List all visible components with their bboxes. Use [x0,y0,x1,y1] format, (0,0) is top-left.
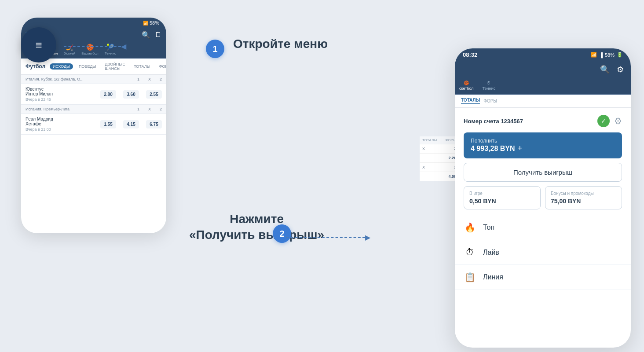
balance-bonus-label: Бонусы и промокоды [551,191,616,196]
line-icon: 📋 [464,272,476,282]
match-group-spain: Испания. Премьер-Лига 1 X 2 [21,105,166,114]
nav-icons: 🔍 🗒 [142,31,162,39]
sliders-icon-p2[interactable]: ⚙ [617,65,624,74]
match-teams-real: Реал Мадрид Хетафе Вчера в 21:00 [26,117,100,132]
balance-game-label: В игре [469,191,535,196]
partial-table-row2: 2.20 [420,154,459,163]
partial-table-row1: X2 [420,144,459,154]
balance-game-value: 0,50 BYN [469,198,535,205]
sport-label: Футбол [26,63,45,70]
verified-icon: ✓ [597,115,610,127]
phone2-status: 08:32 📶 ▐ 58% 🔋 [455,48,631,61]
arrow1: ◀ [64,42,124,51]
withdraw-button[interactable]: Получить выигрыш [464,163,622,182]
balance-game-card: В игре 0,50 BYN [464,186,541,209]
phone2-sport-tennis[interactable]: ⏱ Теннис [483,81,495,91]
odd-2[interactable]: 2.55 [146,90,162,99]
step-badge-1: 1 [206,40,224,58]
menu-button[interactable]: ≡ [21,27,56,62]
deposit-button[interactable]: Пополнить 4 993,28 BYN + [464,132,622,158]
account-top: Номер счета 1234567 ✓ ⚙ [464,115,622,127]
partial-odds-table: ТОТАЛЫ ФОРЫ X2 2.20 X2 4.00 [420,136,459,181]
deposit-amount: 4 993,28 BYN + [471,144,522,153]
hamburger-icon: ≡ [35,38,42,52]
odd-2-real[interactable]: 6.75 [146,120,162,128]
partial-table-header: ТОТАЛЫ ФОРЫ [420,136,459,144]
balance-bonus-value: 75,00 BYN [551,198,616,205]
balance-row: В игре 0,50 BYN Бонусы и промокоды 75,00… [464,186,622,209]
phone1-status: 📶 58% [21,18,166,28]
partial-table-row4: 4.00 [420,172,459,181]
dashed-line2 [286,237,365,238]
match-header-spain: Испания. Премьер-Лига 1 X 2 [21,105,166,114]
phone2: 08:32 📶 ▐ 58% 🔋 🔍 ⚙ 🏀 скетбол ⏱ Теннис Т… [455,48,631,348]
phone2-sports-bar: 🏀 скетбол ⏱ Теннис [455,78,631,95]
account-icons: ✓ ⚙ [597,115,622,127]
account-section: Номер счета 1234567 ✓ ⚙ Пополнить 4 993,… [455,108,631,215]
settings-icon[interactable]: ⚙ [614,116,622,126]
match-group-italy: Италия. Кубок. 1/2 финала. О... 1 X 2 [21,75,166,84]
balance-bonus-card: Бонусы и промокоды 75,00 BYN [545,186,622,209]
tab-handicap[interactable]: ФОРЫ [156,63,166,70]
arrow2-head: ▶ [365,233,370,242]
plus-icon: + [518,144,523,153]
odd-x[interactable]: 3.60 [123,90,139,99]
menu-item-top[interactable]: 🔥 Топ [455,215,631,240]
battery-icon: 🔋 [617,52,623,58]
fire-icon: 🔥 [464,222,476,233]
match-row-real: Реал Мадрид Хетафе Вчера в 21:00 1.55 4.… [21,114,166,134]
account-number: Номер счета 1234567 [464,118,523,125]
phone2-sport-basketball[interactable]: 🏀 скетбол [459,81,474,91]
search-icon-p2[interactable]: 🔍 [600,65,610,74]
partial-table-row3: X2 [420,163,459,172]
phone1-signal: 📶 58% [143,20,159,26]
search-icon[interactable]: 🔍 [142,31,150,39]
match-header-italy: Италия. Кубок. 1/2 финала. О... 1 X 2 [21,75,166,84]
match-odds-juventus: 2.80 3.60 2.55 [100,90,162,99]
menu-item-line[interactable]: 📋 Линия [455,265,631,290]
arrow1-head: ◀ [121,42,126,51]
phone1-content: Италия. Кубок. 1/2 финала. О... 1 X 2 Юв… [21,75,166,135]
tab-handicap-p2[interactable]: ФОРЫ [483,99,497,103]
tab-totals-p2[interactable]: ТОТАЛЫ [461,98,480,104]
phone2-signal: 📶 ▐ 58% 🔋 [591,52,623,58]
match-odds-real: 1.55 4.15 6.75 [100,120,162,128]
odd-1-real[interactable]: 1.55 [100,120,116,128]
tab-outcomes[interactable]: ИСХОДЫ [50,63,73,70]
tab-wins[interactable]: ПОБЕДЫ [76,63,99,70]
deposit-label: Пополнить [471,138,522,144]
basketball-icon-p2: 🏀 [464,81,469,85]
wifi-icon: 📶 [591,52,597,58]
odd-1[interactable]: 2.80 [100,90,116,99]
tab-totals[interactable]: ТОТАЛЫ [131,63,153,70]
tab-double[interactable]: ДВОЙНЫЕ ШАНСЫ [102,61,128,72]
step1-label: Откройте меню [233,37,328,51]
live-icon: ⏱ [464,247,476,257]
coupon-icon[interactable]: 🗒 [155,31,162,39]
phone2-tabs: ТОТАЛЫ ФОРЫ [455,95,631,108]
match-group-real: Реал Мадрид Хетафе Вчера в 21:00 1.55 4.… [21,114,166,135]
menu-item-live[interactable]: ⏱ Лайв [455,240,631,265]
match-group-juventus: Ювентус Интер Милан Вчера в 22:45 2.80 3… [21,84,166,105]
phone2-nav: 🔍 ⚙ [455,61,631,78]
dashed-line1 [64,46,121,47]
tennis-icon-p2: ⏱ [487,81,491,85]
menu-panel: Номер счета 1234567 ✓ ⚙ Пополнить 4 993,… [455,108,631,290]
match-teams-juventus: Ювентус Интер Милан Вчера в 22:45 [26,87,100,102]
odd-x-real[interactable]: 4.15 [123,120,139,128]
signal-icon: ▐ [599,52,603,58]
menu-items: 🔥 Топ ⏱ Лайв 📋 Линия [455,215,631,290]
arrow2: ▶ [286,233,370,242]
phone2-time: 08:32 [463,51,477,58]
match-row-juventus: Ювентус Интер Милан Вчера в 22:45 2.80 3… [21,84,166,104]
